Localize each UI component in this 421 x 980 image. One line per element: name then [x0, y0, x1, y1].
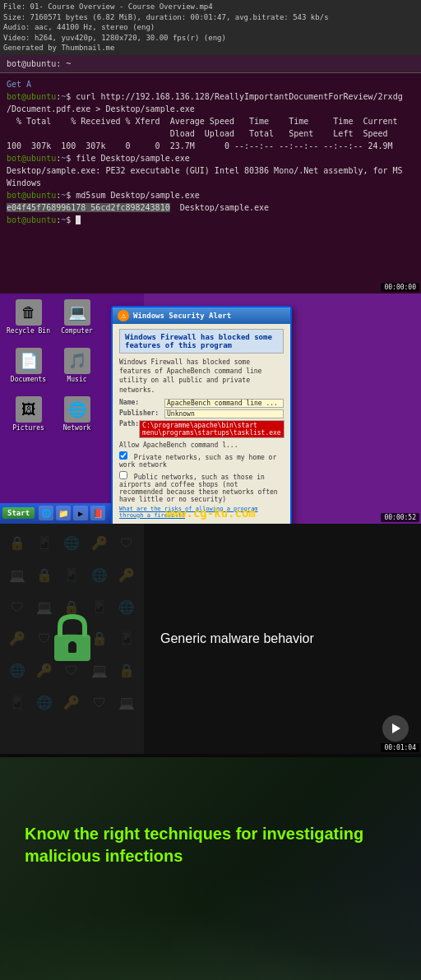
play-button[interactable] [382, 715, 409, 742]
file-info-line1: File: 01- Course Overview - Course Overv… [3, 2, 418, 12]
dialog-header-text: Windows Firewall has blocked some featur… [119, 329, 284, 354]
computer-icon: 💻 [64, 299, 90, 326]
dialog-publisher-field: Publisher: Unknown [119, 409, 284, 418]
shield-warning-icon: ⚠ [118, 310, 129, 321]
play-icon [390, 723, 401, 734]
docs-icon: 📄 [16, 348, 42, 374]
course-section: Know the right techniques for investigat… [0, 757, 421, 980]
checkbox-public-label: Public networks, such as those in airpor… [119, 474, 278, 503]
watermark: www.cg-ku.com [0, 506, 421, 520]
file-info-line2: Size: 7160571 bytes (6.82 MiB), duration… [3, 12, 418, 23]
dialog-path-field: Path: C:\programme\apache\bin\start menu… [119, 420, 284, 438]
people-silhouette [0, 889, 421, 980]
video-timer: 00:01:04 [381, 743, 419, 752]
dialog-title: Windows Security Alert [133, 312, 231, 320]
svg-marker-3 [392, 723, 400, 733]
terminal-header: bot@ubuntu: ~ [0, 55, 421, 73]
firewall-dialog: ⚠ Windows Security Alert Windows Firewal… [111, 306, 292, 524]
desktop-icon-computer[interactable]: 💻 Computer [54, 299, 99, 344]
music-label: Music [67, 376, 86, 383]
path-label: Path: [119, 420, 139, 438]
terminal-timer: 00:00:00 [381, 283, 419, 292]
dialog-content: Windows Firewall has blocked some featur… [113, 324, 290, 524]
publisher-label: Publisher: [119, 409, 164, 418]
lock-svg [48, 610, 97, 668]
video-section: 🔒 📱 🌐 🔑 🛡 💻 🔒 📱 🌐 🔑 🛡 💻 🔒 📱 🌐 🔑 🛡 💻 🔒 📱 … [0, 524, 421, 754]
path-value: C:\programme\apache\bin\start menu\progr… [139, 420, 285, 438]
computer-label: Computer [61, 327, 93, 335]
course-title: Know the right techniques for investigat… [25, 823, 396, 867]
lock-icon-center [44, 606, 101, 672]
file-info-line4: Video: h264, yuv420p, 1280x720, 30.00 fp… [3, 33, 418, 44]
network-icon: 🌐 [64, 396, 90, 423]
terminal-title: bot@ubuntu: ~ [7, 59, 71, 68]
svg-point-2 [69, 641, 76, 648]
course-text-area: Know the right techniques for investigat… [25, 823, 396, 867]
dialog-name-field: Name: ApacheBench command line ... [119, 399, 284, 408]
name-value: ApacheBench command line ... [164, 399, 284, 408]
docs-label: Documents [11, 376, 46, 383]
desktop-icon-music[interactable]: 🎵 Music [54, 348, 99, 393]
music-icon: 🎵 [64, 348, 90, 374]
publisher-value: Unknown [164, 409, 284, 418]
pictures-icon: 🖼 [16, 396, 42, 423]
dialog-titlebar: ⚠ Windows Security Alert [113, 307, 290, 324]
pictures-label: Pictures [12, 424, 44, 432]
windows-section: 🗑 Recycle Bin 💻 Computer 📄 Documents 🎵 M… [0, 294, 421, 524]
course-people-bg [0, 872, 421, 980]
recyclebin-label: Recycle Bin [7, 327, 50, 335]
private-network-checkbox[interactable] [119, 451, 127, 460]
desktop-icon-pictures[interactable]: 🖼 Pictures [6, 396, 51, 441]
name-label: Name: [119, 399, 164, 408]
desktop-icon-docs[interactable]: 📄 Documents [6, 348, 51, 393]
desktop-icon-network[interactable]: 🌐 Network [54, 396, 99, 441]
video-right-panel: Generic malware behavior [144, 524, 421, 754]
terminal-body: Get A bot@ubuntu:~$ curl http://192.168.… [0, 73, 421, 231]
recyclebin-icon: 🗑 [16, 299, 42, 326]
dialog-body-text: Windows Firewall has blocked some featur… [119, 358, 284, 395]
terminal-section: bot@ubuntu: ~ Get A bot@ubuntu:~$ curl h… [0, 55, 421, 294]
desktop-icon-recyclebin[interactable]: 🗑 Recycle Bin [6, 299, 51, 344]
video-left-panel: 🔒 📱 🌐 🔑 🛡 💻 🔒 📱 🌐 🔑 🛡 💻 🔒 📱 🌐 🔑 🛡 💻 🔒 📱 … [0, 524, 144, 754]
video-title: Generic malware behavior [160, 630, 405, 648]
public-network-checkbox[interactable] [119, 471, 127, 479]
file-info-line3: Audio: aac, 44100 Hz, stereo (eng) [3, 22, 418, 33]
network-label: Network [63, 424, 91, 432]
checkbox-public[interactable]: Public networks, such as those in airpor… [119, 471, 284, 503]
checkbox-private-label: Private networks, such as my home or wor… [119, 454, 276, 469]
file-info-line5: Generated by Thumbnail.me [3, 43, 418, 53]
checkbox-private[interactable]: Private networks, such as my home or wor… [119, 451, 284, 469]
file-info-bar: File: 01- Course Overview - Course Overv… [0, 0, 421, 55]
dialog-buttons: Allow access Cancel [119, 523, 284, 524]
